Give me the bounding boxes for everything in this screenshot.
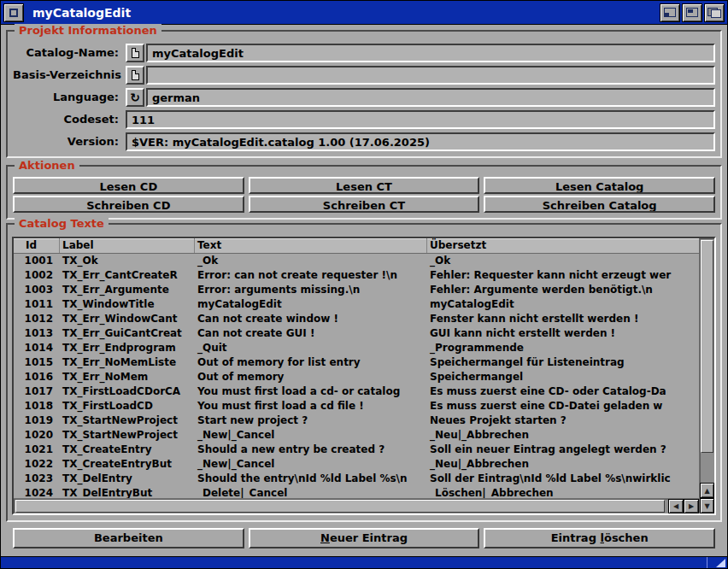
version-input[interactable] — [126, 132, 715, 151]
table-row[interactable]: 1002 TX_Err_CantCreateR Error: can not c… — [14, 268, 699, 283]
basis-verzeichnis-popup-button[interactable] — [126, 66, 144, 85]
scroll-right-button[interactable]: ▶ — [684, 499, 699, 513]
scroll-left-button[interactable]: ◀ — [668, 499, 684, 513]
cell-text: Should a new entry be created ? — [195, 443, 427, 457]
cell-text: You must first load a cd file ! — [195, 399, 427, 414]
catalog-name-popup-button[interactable] — [126, 44, 144, 62]
codeset-input[interactable] — [126, 110, 715, 129]
cell-text: Error: arguments missing.\n — [195, 283, 427, 297]
table-row[interactable]: 1023 TX_DelEntry Should the entry\nId %l… — [14, 472, 699, 486]
popup-file-icon — [132, 70, 139, 80]
table-row[interactable]: 1017 TX_FirstLoadCDorCA You must first l… — [14, 384, 699, 399]
column-header-uebersetzt[interactable]: Übersetzt — [427, 238, 699, 253]
cell-label: TX_Err_NoMemListe — [60, 355, 195, 370]
table-row[interactable]: 1014 TX_Err_Endprogram _Quit _Programmen… — [14, 341, 699, 355]
cell-id: 1015 — [14, 355, 60, 370]
depth-button[interactable] — [704, 3, 725, 22]
lesen-catalog-button[interactable]: Lesen Catalog — [484, 177, 715, 194]
zoom-button[interactable] — [682, 3, 702, 22]
column-header-text[interactable]: Text — [195, 238, 427, 253]
cell-uebersetzt: GUI kann nicht erstellt werden ! — [427, 326, 699, 341]
cell-id: 1020 — [14, 428, 60, 443]
cell-id: 1022 — [14, 457, 60, 472]
table-row[interactable]: 1024 TX_DelEntryBut _Delete|_Cancel _Lös… — [14, 486, 699, 498]
resize-icon — [716, 559, 725, 567]
cell-uebersetzt: _Programmende — [427, 341, 699, 355]
cell-label: TX_CreateEntryBut — [60, 457, 195, 472]
schreiben-cd-button[interactable]: Schreiben CD — [13, 196, 244, 213]
schreiben-ct-button[interactable]: Schreiben CT — [249, 196, 480, 213]
horizontal-scrollbar-thumb[interactable] — [15, 500, 665, 513]
cell-uebersetzt: _Ok — [427, 254, 699, 268]
bottom-border — [1, 556, 727, 568]
basis-verzeichnis-input[interactable] — [146, 66, 715, 85]
close-button[interactable] — [3, 3, 24, 22]
actions-group: Aktionen Lesen CD Lesen CT Lesen Catalog… — [6, 165, 722, 220]
language-cycle-button[interactable]: ↻ — [126, 88, 144, 107]
cell-id: 1021 — [14, 443, 60, 457]
cell-text: myCatalogEdit — [195, 297, 427, 312]
vertical-scrollbar[interactable]: ▲ ▼ — [699, 238, 714, 513]
column-header-id[interactable]: Id — [14, 238, 60, 253]
horizontal-scrollbar-track[interactable] — [14, 499, 668, 513]
cell-label: TX_Ok — [60, 254, 195, 268]
table-row[interactable]: 1001 TX_Ok _Ok _Ok — [14, 254, 699, 268]
cell-uebersetzt: myCatalogEdit — [427, 297, 699, 312]
table-row[interactable]: 1015 TX_Err_NoMemListe Out of memory for… — [14, 355, 699, 370]
table-row[interactable]: 1018 TX_FirstLoadCD You must first load … — [14, 399, 699, 414]
table-row[interactable]: 1022 TX_CreateEntryBut _New|_Cancel _Neu… — [14, 457, 699, 472]
resize-handle[interactable] — [707, 557, 727, 568]
cell-text: _New|_Cancel — [195, 428, 427, 443]
table-row[interactable]: 1013 TX_Err_GuiCantCreat Can not create … — [14, 326, 699, 341]
cell-label: TX_FirstLoadCDorCA — [60, 384, 195, 399]
project-info-group-label: Projekt Informationen — [15, 24, 161, 37]
eintrag-loeschen-button[interactable]: Eintrag löschen — [484, 528, 715, 548]
iconify-button[interactable] — [660, 3, 680, 22]
app-window: myCatalogEdit Projekt Informationen Cata… — [0, 0, 728, 569]
cell-uebersetzt: Speichermangel für Listeneintrag — [427, 355, 699, 370]
schreiben-catalog-button[interactable]: Schreiben Catalog — [484, 196, 715, 213]
codeset-label: Codeset: — [13, 110, 126, 129]
vertical-scrollbar-track[interactable] — [700, 238, 714, 483]
cell-id: 1017 — [14, 384, 60, 399]
version-label: Version: — [13, 132, 126, 151]
horizontal-scrollbar[interactable]: ◀ ▶ — [14, 498, 699, 513]
cell-label: TX_Err_NoMem — [60, 370, 195, 384]
table-row[interactable]: 1019 TX_StartNewProject Start new projec… — [14, 414, 699, 428]
column-header-label[interactable]: Label — [60, 238, 195, 253]
language-input[interactable] — [146, 88, 715, 107]
table-row[interactable]: 1011 TX_WindowTitle myCatalogEdit myCata… — [14, 297, 699, 312]
table-row[interactable]: 1003 TX_Err_Argumente Error: arguments m… — [14, 283, 699, 297]
scroll-down-button[interactable]: ▼ — [700, 498, 714, 513]
cell-label: TX_StartNewProject — [60, 414, 195, 428]
lesen-ct-button[interactable]: Lesen CT — [249, 177, 480, 194]
cell-label: TX_CreateEntry — [60, 443, 195, 457]
table-row[interactable]: 1021 TX_CreateEntry Should a new entry b… — [14, 443, 699, 457]
catalog-name-input[interactable] — [146, 44, 715, 62]
zoom-icon — [686, 8, 698, 17]
cell-label: TX_WindowTitle — [60, 297, 195, 312]
vertical-scrollbar-thumb[interactable] — [701, 240, 713, 453]
cell-uebersetzt: Fehler: Requester kann nicht erzeugt wer — [427, 268, 699, 283]
catalog-table[interactable]: 1001 TX_Ok _Ok _Ok 1002 TX_Err_CantCreat… — [14, 254, 699, 498]
scroll-right-icon: ▶ — [689, 502, 694, 510]
iconify-icon — [664, 8, 676, 17]
neuer-eintrag-button[interactable]: Neuer Eintrag — [249, 528, 480, 548]
cell-text: _Quit — [195, 341, 427, 355]
table-row[interactable]: 1020 TX_StartNewProject _New|_Cancel _Ne… — [14, 428, 699, 443]
cell-id: 1018 — [14, 399, 60, 414]
cell-id: 1002 — [14, 268, 60, 283]
cell-id: 1011 — [14, 297, 60, 312]
bearbeiten-button[interactable]: Bearbeiten — [13, 528, 244, 548]
table-row[interactable]: 1012 TX_Err_WindowCant Can not create wi… — [14, 312, 699, 326]
table-row[interactable]: 1016 TX_Err_NoMem Out of memory Speicher… — [14, 370, 699, 384]
cell-text: Can not create GUI ! — [195, 326, 427, 341]
cell-uebersetzt: _Neu|_Abbrechen — [427, 457, 699, 472]
cell-uebersetzt: Fehler: Argumente werden benötigt.\n — [427, 283, 699, 297]
scroll-up-button[interactable]: ▲ — [700, 483, 714, 498]
cell-label: TX_DelEntry — [60, 472, 195, 486]
catalog-texts-group: Catalog Texte Id Label Text Übersetzt 10… — [6, 223, 722, 522]
lesen-cd-button[interactable]: Lesen CD — [13, 177, 244, 194]
basis-verzeichnis-row: Basis-Verzeichnis — [13, 66, 715, 85]
titlebar[interactable]: myCatalogEdit — [1, 1, 727, 25]
